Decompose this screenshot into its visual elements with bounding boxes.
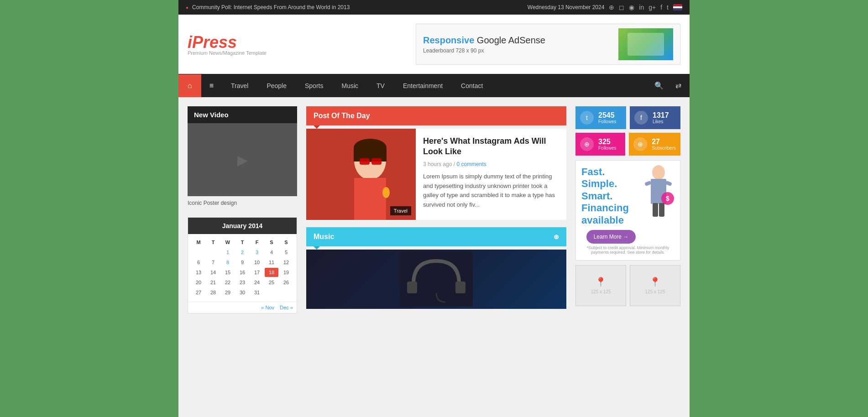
featured-post-content: Here's What Instagram Ads Will Look Like… xyxy=(416,129,566,220)
social-card-dribbble[interactable]: ⊕ 325 Followes xyxy=(575,133,625,156)
ad-adsense: Google AdSense xyxy=(474,35,545,45)
facebook-icon[interactable]: f xyxy=(660,4,662,11)
music-title: Music xyxy=(314,233,334,241)
flag-icon[interactable] xyxy=(673,4,682,10)
music-rss-icon[interactable]: ⊕ xyxy=(554,233,559,240)
music-arrow xyxy=(314,246,320,250)
small-ad-1-label: 125 x 125 xyxy=(591,289,611,294)
svg-rect-18 xyxy=(653,203,658,217)
date-display: Wednesday 13 November 2024 xyxy=(528,4,605,10)
rss-count: 27 xyxy=(652,138,676,146)
nav-menu-icon[interactable]: ≡ xyxy=(201,74,222,97)
cal-week-3: 13 14 15 16 17 18 19 xyxy=(192,268,293,277)
sidebar-ad: Fast. Simple. Smart. Financing available… xyxy=(575,160,680,261)
cal-week-1: 1 2 3 4 5 xyxy=(192,248,293,257)
twitter-label: Followes xyxy=(598,119,616,124)
nav-item-contact[interactable]: Contact xyxy=(452,75,492,97)
social-card-rss[interactable]: ⊕ 27 Subscribers xyxy=(629,133,680,156)
right-sidebar: t 2545 Followes f 1317 Likes ⊕ xyxy=(575,106,680,316)
cal-header-t2: T xyxy=(235,238,249,247)
twitter-count: 2545 xyxy=(598,112,616,119)
calendar-nav-next[interactable]: Dec » xyxy=(280,305,293,310)
rss-social-icon: ⊕ xyxy=(633,137,647,151)
music-section: Music ⊕ xyxy=(306,227,566,309)
small-ads-row: 📍 125 x 125 📍 125 x 125 xyxy=(575,265,680,306)
new-video-section: New Video ▶ Iconic Poster design xyxy=(188,106,297,210)
calendar-today[interactable]: 18 xyxy=(265,268,278,277)
site-logo[interactable]: iPress Premium News/Magazine Template xyxy=(188,33,267,56)
post-of-day-section: Post Of The Day xyxy=(306,106,566,220)
dribbble-count: 325 xyxy=(598,138,616,146)
new-video-header: New Video xyxy=(188,106,297,123)
nav-item-sports[interactable]: Sports xyxy=(296,75,332,97)
featured-post-meta: 3 hours ago / 0 comments xyxy=(423,161,559,167)
nav-item-travel[interactable]: Travel xyxy=(222,75,257,97)
calendar-nav-prev[interactable]: « Nov xyxy=(261,305,274,310)
svg-rect-19 xyxy=(659,203,664,217)
linkedin-icon[interactable]: in xyxy=(639,4,644,11)
twitter-stats: 2545 Followes xyxy=(598,112,616,124)
rss-label: Subscribers xyxy=(652,146,676,151)
logo-tagline: Premium News/Magazine Template xyxy=(188,50,267,56)
twitter-icon[interactable]: t xyxy=(667,4,669,11)
svg-rect-2 xyxy=(354,178,386,220)
ticker-text: Community Poll: Internet Speeds From Aro… xyxy=(192,4,350,10)
social-card-twitter[interactable]: t 2545 Followes xyxy=(575,106,626,129)
music-image xyxy=(306,250,566,309)
nav-item-tv[interactable]: TV xyxy=(367,75,394,97)
post-of-day-title: Post Of The Day xyxy=(314,112,370,120)
svg-text:$: $ xyxy=(666,195,669,202)
featured-post-title[interactable]: Here's What Instagram Ads Will Look Like xyxy=(423,136,559,157)
ticker-dot: ● xyxy=(186,5,188,10)
nav-right: 🔍 ⇄ xyxy=(646,74,690,97)
ad-banner-image xyxy=(618,28,673,60)
nav-home-button[interactable]: ⌂ xyxy=(178,74,201,97)
calendar: January 2014 M T W T F S S xyxy=(188,217,297,313)
ad-line1: Fast. Simple. Smart. Financing available xyxy=(581,166,641,226)
cal-week-5: 27 28 29 30 31 xyxy=(192,288,293,297)
cal-header-w: W xyxy=(221,238,235,247)
small-ad-1[interactable]: 📍 125 x 125 xyxy=(575,265,626,306)
svg-point-12 xyxy=(652,165,665,180)
calendar-header: January 2014 xyxy=(188,218,297,234)
small-ad-2[interactable]: 📍 125 x 125 xyxy=(630,265,680,306)
left-sidebar: New Video ▶ Iconic Poster design January… xyxy=(188,106,297,316)
music-header: Music ⊕ xyxy=(306,227,566,246)
nav-item-music[interactable]: Music xyxy=(332,75,367,97)
google-plus-icon[interactable]: g+ xyxy=(648,4,656,11)
center-content: Post Of The Day xyxy=(306,106,566,316)
nav-item-entertainment[interactable]: Entertainment xyxy=(394,75,452,97)
ad-banner-text: Responsive Google AdSense Leaderboard 72… xyxy=(423,35,618,54)
cal-header-f: F xyxy=(250,238,264,247)
header-ad-banner: Responsive Google AdSense Leaderboard 72… xyxy=(416,24,680,65)
main-nav: ⌂ ≡ Travel People Sports Music TV Entert… xyxy=(178,74,690,97)
calendar-footer[interactable]: « Nov Dec » xyxy=(188,302,297,313)
search-icon[interactable]: 🔍 xyxy=(651,74,667,97)
news-ticker: ● Community Poll: Internet Speeds From A… xyxy=(186,4,350,10)
nav-item-people[interactable]: People xyxy=(257,75,296,97)
top-bar: ● Community Poll: Internet Speeds From A… xyxy=(178,0,690,15)
social-card-facebook[interactable]: f 1317 Likes xyxy=(630,106,680,129)
post-comments-link[interactable]: 0 comments xyxy=(456,161,486,167)
post-of-day-arrow xyxy=(314,125,320,129)
rss-stats: 27 Subscribers xyxy=(652,138,676,151)
cal-header-s2: S xyxy=(279,238,293,247)
social-row-2: ⊕ 325 Followes ⊕ 27 Subscribers xyxy=(575,133,680,156)
dribbble-icon[interactable]: ⊕ xyxy=(609,4,614,11)
random-icon[interactable]: ⇄ xyxy=(672,74,685,97)
featured-post-excerpt: Lorem Ipsum is simply dummy text of the … xyxy=(423,172,559,210)
svg-rect-14 xyxy=(644,181,652,186)
social-row-1: t 2545 Followes f 1317 Likes xyxy=(575,106,680,129)
cal-header-m: M xyxy=(192,238,205,247)
ad-disclaimer: *Subject to credit approval. Minimum mon… xyxy=(581,245,675,255)
site-header: iPress Premium News/Magazine Template Re… xyxy=(178,15,690,74)
calendar-grid: M T W T F S S 1 2 3 4 xyxy=(188,234,297,302)
ad-learn-more-button[interactable]: Learn More → xyxy=(586,230,636,244)
cal-header-t1: T xyxy=(206,238,220,247)
featured-post[interactable]: Travel Here's What Instagram Ads Will Lo… xyxy=(306,129,566,220)
instagram-icon[interactable]: ◻ xyxy=(619,4,624,11)
featured-post-image: Travel xyxy=(306,129,416,220)
video-placeholder[interactable]: ▶ xyxy=(188,123,297,196)
github-icon[interactable]: ◉ xyxy=(629,4,634,11)
small-ad-2-icon: 📍 xyxy=(649,276,661,287)
